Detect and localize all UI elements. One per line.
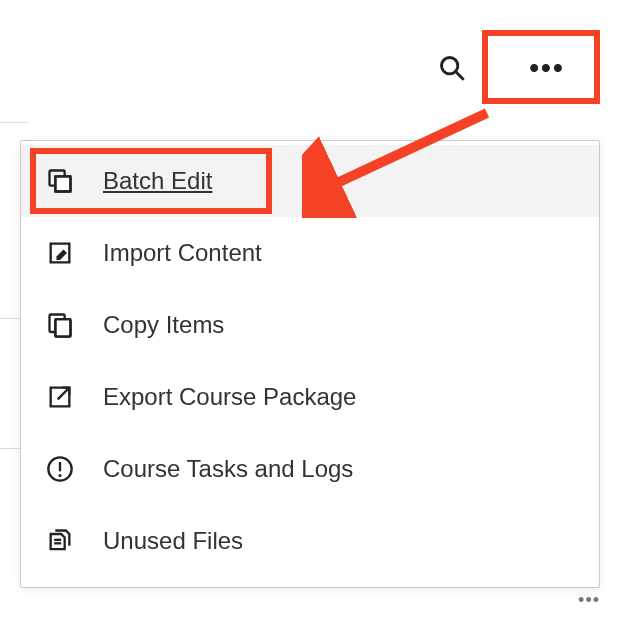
menu-item-label: Batch Edit: [103, 167, 212, 195]
toolbar: •••: [428, 38, 600, 98]
svg-point-0: [442, 58, 458, 74]
search-button[interactable]: [428, 44, 476, 92]
menu-item-copy-items[interactable]: Copy Items: [21, 289, 599, 361]
divider: [0, 318, 20, 319]
menu-item-label: Unused Files: [103, 527, 243, 555]
svg-point-9: [58, 474, 61, 477]
files-icon: [45, 526, 75, 556]
svg-rect-5: [55, 319, 70, 337]
search-icon: [437, 53, 467, 83]
canvas: ••• Batch Edit Import Content: [0, 0, 636, 622]
menu-item-batch-edit[interactable]: Batch Edit: [21, 145, 599, 217]
divider: [0, 122, 28, 123]
resize-handle-icon: •••: [578, 590, 600, 611]
menu-item-unused-files[interactable]: Unused Files: [21, 505, 599, 577]
more-options-button[interactable]: •••: [494, 38, 600, 98]
divider: [0, 448, 20, 449]
more-horizontal-icon: •••: [529, 52, 564, 84]
menu-item-course-tasks-logs[interactable]: Course Tasks and Logs: [21, 433, 599, 505]
menu-item-label: Import Content: [103, 239, 262, 267]
more-options-menu: Batch Edit Import Content Copy Items: [20, 140, 600, 588]
copy-edit-icon: [45, 166, 75, 196]
export-icon: [45, 382, 75, 412]
menu-item-export-package[interactable]: Export Course Package: [21, 361, 599, 433]
menu-item-import-content[interactable]: Import Content: [21, 217, 599, 289]
edit-in-icon: [45, 238, 75, 268]
menu-item-label: Export Course Package: [103, 383, 356, 411]
menu-item-label: Course Tasks and Logs: [103, 455, 353, 483]
alert-icon: [45, 454, 75, 484]
menu-item-label: Copy Items: [103, 311, 224, 339]
copy-icon: [45, 310, 75, 340]
svg-line-1: [456, 72, 464, 80]
